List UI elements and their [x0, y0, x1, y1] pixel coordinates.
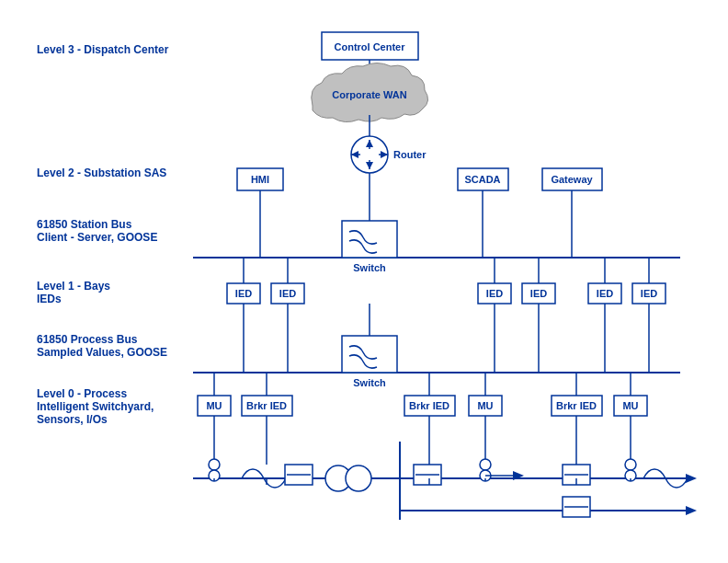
ied5-text: IED — [597, 288, 613, 299]
brkried2-text: Brkr IED — [409, 400, 449, 411]
level2-label: Level 2 - Substation SAS — [37, 167, 166, 179]
process-bus-label: 61850 Process Bus — [37, 333, 138, 346]
ct1-symbol — [209, 459, 220, 470]
router — [351, 136, 388, 173]
mu2-text: MU — [477, 400, 493, 411]
ct2-symbol — [480, 459, 491, 470]
scada-text: SCADA — [464, 174, 500, 185]
svg-point-51 — [346, 465, 371, 491]
level0-sublabel1: Intelligent Switchyard, — [37, 400, 154, 413]
level0-label: Level 0 - Process — [37, 387, 127, 400]
switch1-text: Switch — [353, 262, 386, 273]
process-bus-sublabel: Sampled Values, GOOSE — [37, 346, 167, 359]
level0-sublabel2: Sensors, I/Os — [37, 413, 108, 426]
level3-label: Level 3 - Dispatch Center — [37, 43, 169, 56]
switch2-text: Switch — [353, 377, 386, 388]
ied2-text: IED — [279, 288, 296, 299]
mu3-text: MU — [622, 400, 638, 411]
corporate-wan-text: Corporate WAN — [332, 89, 406, 100]
router-label: Router — [393, 149, 427, 160]
ied1-text: IED — [235, 288, 252, 299]
brkried1-text: Brkr IED — [246, 400, 287, 411]
ied6-text: IED — [641, 288, 657, 299]
level1-sublabel: IEDs — [37, 293, 62, 305]
control-center-text: Control Center — [335, 41, 406, 52]
ct3-symbol — [625, 459, 636, 470]
ied3-text: IED — [486, 288, 503, 299]
station-bus-label: 61850 Station Bus — [37, 218, 132, 231]
ied4-text: IED — [530, 288, 547, 299]
station-bus-sublabel: Client - Server, GOOSE — [37, 231, 157, 244]
gateway-text: Gateway — [551, 174, 593, 185]
brkried3-text: Brkr IED — [556, 400, 597, 411]
mu1-text: MU — [206, 400, 222, 411]
hmi-text: HMI — [251, 174, 269, 185]
level1-label: Level 1 - Bays — [37, 280, 110, 293]
